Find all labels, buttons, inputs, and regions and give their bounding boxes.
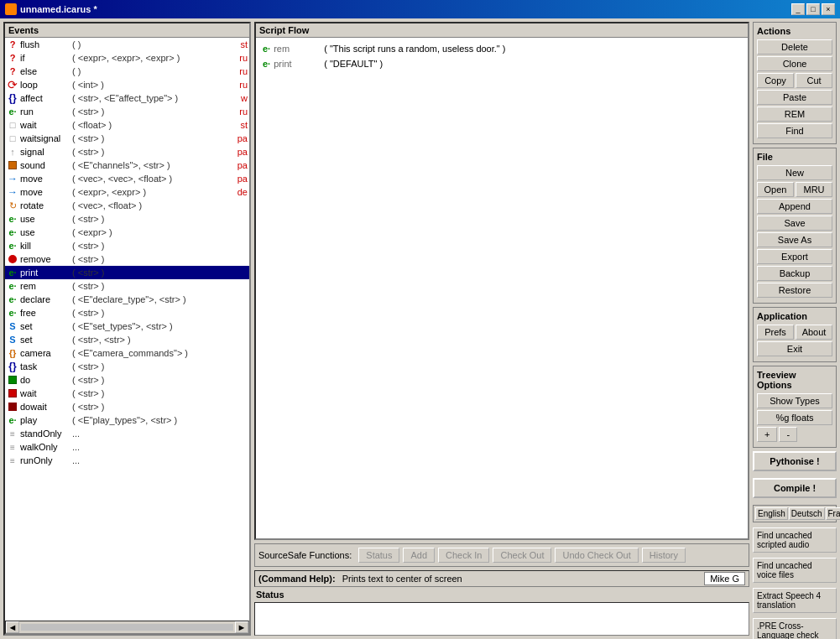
ss-checkin-button[interactable]: Check In [438, 548, 489, 563]
event-icon: ↑ [7, 147, 18, 157]
event-row[interactable]: ↻rotate( <vec>, <float> ) [5, 199, 249, 212]
event-row[interactable]: e·run( <str> )ru [5, 105, 249, 118]
event-row[interactable]: e·kill( <str> ) [5, 239, 249, 252]
event-row[interactable]: ≡standOnly... [5, 427, 249, 440]
event-row[interactable]: ?else( )ru [5, 65, 249, 78]
pythonise-button[interactable]: Pythonise ! [753, 451, 837, 471]
event-row[interactable]: e·play( <E"play_types">, <str> ) [5, 413, 249, 427]
compile-button[interactable]: Compile ! [753, 478, 837, 498]
find-uncached-scripted-button[interactable]: Find uncached scripted audio [753, 527, 837, 553]
copy-button[interactable]: Copy [757, 73, 794, 88]
g-floats-button[interactable]: %g floats [757, 410, 832, 425]
event-row[interactable]: dowait( <str> ) [5, 400, 249, 413]
event-row[interactable]: ?if( <expr>, <expr>, <expr> )ru [5, 51, 249, 65]
event-row[interactable]: {}affect( <str>, <E"affect_type"> )w [5, 91, 249, 105]
backup-button[interactable]: Backup [757, 266, 832, 281]
save-button[interactable]: Save [757, 216, 832, 231]
event-row[interactable]: ⟳loop( <int> )ru [5, 78, 249, 91]
extract-speech-button[interactable]: Extract Speech 4 translation [753, 588, 837, 613]
event-icon: e· [7, 106, 18, 117]
event-icon: e· [7, 415, 18, 425]
find-uncached-voice-button[interactable]: Find uncached voice files [753, 558, 837, 583]
close-button[interactable]: × [822, 3, 835, 15]
clone-button[interactable]: Clone [757, 56, 832, 71]
actions-section: Actions Delete Clone Copy Cut Paste REM … [753, 22, 837, 144]
event-params: ( <vec>, <float> ) [72, 200, 248, 210]
save-as-button[interactable]: Save As [757, 232, 832, 247]
command-help-text: Prints text to center of screen [342, 574, 697, 584]
event-icon: ⟳ [7, 80, 18, 90]
event-row[interactable]: {}camera( <E"camera_commands"> ) [5, 346, 249, 360]
event-params: ( ) [72, 39, 237, 49]
event-row[interactable]: □waitsignal( <str> )pa [5, 132, 249, 145]
plus-button[interactable]: + [757, 427, 777, 442]
event-name: use [20, 214, 72, 224]
event-row[interactable]: ≡walkOnly... [5, 440, 249, 454]
scroll-right[interactable]: ► [235, 621, 248, 633]
event-row[interactable]: do( <str> ) [5, 373, 249, 387]
rem-button[interactable]: REM [757, 106, 832, 122]
event-name: declare [20, 294, 72, 304]
event-row[interactable]: remove( <str> ) [5, 252, 249, 266]
ss-history-button[interactable]: History [642, 548, 686, 563]
ss-undo-button[interactable]: Undo Check Out [555, 548, 638, 563]
append-button[interactable]: Append [757, 199, 832, 214]
event-row[interactable]: e·print( <str> ) [5, 266, 249, 279]
scroll-left[interactable]: ◄ [6, 621, 19, 633]
title-bar: unnamed.icarus * _ □ × [0, 0, 840, 18]
event-row[interactable]: sound( <E"channels">, <str> )pa [5, 158, 249, 172]
event-row[interactable]: e·use( <str> ) [5, 212, 249, 226]
event-params: ( <expr>, <expr>, <expr> ) [72, 53, 236, 63]
exit-button[interactable]: Exit [757, 341, 832, 356]
status-bar [254, 602, 749, 636]
event-row[interactable]: ?flush( )st [5, 38, 249, 51]
ss-status-button[interactable]: Status [358, 548, 399, 563]
event-params: ... [72, 455, 248, 465]
find-button[interactable]: Find [757, 123, 832, 138]
export-button[interactable]: Export [757, 249, 832, 264]
event-row[interactable]: e·free( <str> ) [5, 306, 249, 320]
event-row[interactable]: {}task( <str> ) [5, 360, 249, 373]
event-row[interactable]: □wait( <float> )st [5, 118, 249, 132]
prefs-button[interactable]: Prefs [757, 325, 794, 340]
horizontal-scrollbar[interactable]: ◄ ► [5, 621, 249, 634]
minimize-button[interactable]: _ [791, 3, 805, 15]
event-row[interactable]: Sset( <str>, <str> ) [5, 333, 249, 346]
event-row[interactable]: ≡runOnly... [5, 454, 249, 467]
about-button[interactable]: About [796, 325, 832, 340]
event-row[interactable]: e·use( <expr> ) [5, 226, 249, 239]
restore-button[interactable]: Restore [757, 283, 832, 298]
event-row[interactable]: Sset( <E"set_types">, <str> ) [5, 320, 249, 333]
show-types-button[interactable]: Show Types [757, 393, 832, 408]
minus-button[interactable]: - [779, 427, 797, 442]
event-row[interactable]: →move( <vec>, <vec>, <float> )pa [5, 172, 249, 185]
event-row[interactable]: wait( <str> ) [5, 387, 249, 400]
event-right: pa [234, 133, 248, 143]
event-row[interactable]: e·rem( <str> ) [5, 279, 249, 293]
paste-button[interactable]: Paste [757, 90, 832, 105]
event-name: dowait [20, 402, 72, 412]
english-button[interactable]: English [755, 507, 788, 520]
ss-add-button[interactable]: Add [403, 548, 435, 563]
deutsch-button[interactable]: Deutsch [789, 507, 825, 520]
open-button[interactable]: Open [757, 182, 794, 197]
francais-button[interactable]: Français [826, 507, 841, 520]
pre-cross-button[interactable]: .PRE Cross-Language check [753, 618, 837, 639]
event-right: pa [234, 147, 248, 157]
new-button[interactable]: New [757, 165, 832, 180]
ss-checkout-button[interactable]: Check Out [493, 548, 551, 563]
command-help-label: (Command Help): [258, 574, 336, 584]
delete-button[interactable]: Delete [757, 39, 832, 55]
script-flow-title: Script Flow [256, 23, 748, 38]
command-help-bar: (Command Help): Prints text to center of… [254, 570, 749, 587]
script-value: ( "This script runs a random, useless do… [324, 44, 505, 54]
event-row[interactable]: ↑signal( <str> )pa [5, 145, 249, 158]
script-icon: e· [263, 59, 270, 69]
event-row[interactable]: →move( <expr>, <expr> )de [5, 185, 249, 199]
event-icon: ? [7, 53, 18, 63]
maximize-button[interactable]: □ [806, 3, 820, 15]
mru-button[interactable]: MRU [796, 182, 832, 197]
event-row[interactable]: e·declare( <E"declare_type">, <str> ) [5, 293, 249, 306]
cut-button[interactable]: Cut [796, 73, 832, 88]
event-params: ( <E"channels">, <str> ) [72, 160, 234, 170]
